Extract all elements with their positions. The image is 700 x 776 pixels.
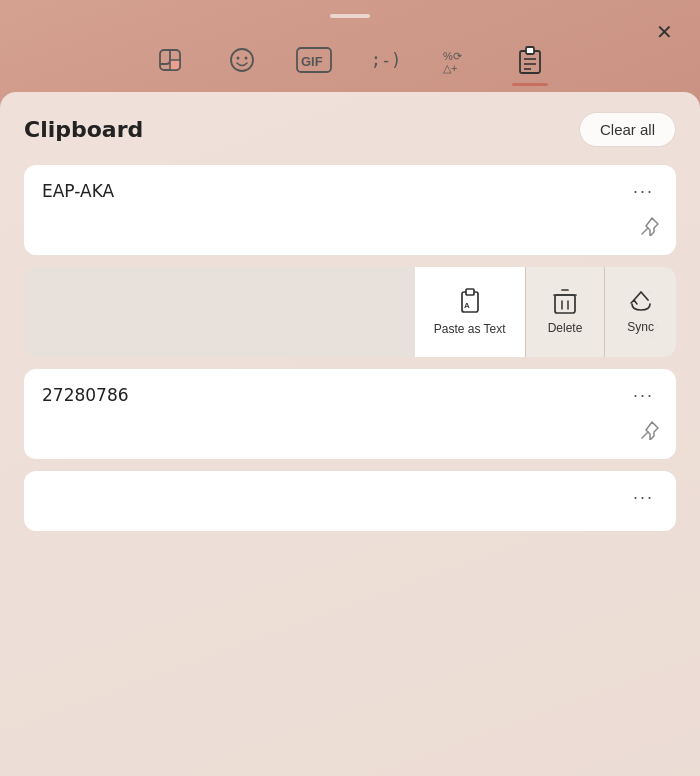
tab-emoji[interactable] (212, 36, 272, 84)
drag-handle[interactable] (330, 14, 370, 18)
svg-line-13 (642, 228, 648, 234)
clipboard-title: Clipboard (24, 117, 143, 142)
clip-text-1: EAP-AKA (42, 181, 114, 201)
clip-item-top-3: 27280786 ··· (42, 385, 658, 406)
emoji-icon (228, 46, 256, 74)
clip-text-3: 27280786 (42, 385, 129, 405)
gif-icon: GIF (296, 47, 332, 73)
context-menu: A Paste as Text (24, 267, 676, 357)
svg-rect-18 (555, 295, 575, 313)
ctx-sync-button[interactable]: Sync (605, 267, 676, 357)
stickers-icon (156, 46, 184, 74)
clip-item-3: 27280786 ··· (24, 369, 676, 459)
svg-line-23 (642, 432, 648, 438)
clip-more-button-3[interactable]: ··· (629, 385, 658, 406)
ctx-delete-label: Delete (548, 321, 583, 335)
tab-symbols[interactable]: %⟳ △+ (428, 36, 488, 84)
svg-rect-9 (526, 47, 534, 54)
clip-more-button-1[interactable]: ··· (629, 181, 658, 202)
clipboard-header: Clipboard Clear all (24, 112, 676, 147)
tab-kaomoji[interactable]: ;-) (356, 36, 416, 84)
ctx-paste-as-text-button[interactable]: A Paste as Text (415, 267, 525, 357)
svg-text:GIF: GIF (301, 54, 323, 69)
svg-point-1 (231, 49, 253, 71)
svg-text:△+: △+ (443, 62, 457, 74)
pin-icon-1 (640, 216, 660, 236)
tab-bar: GIF ;-) %⟳ △+ (0, 28, 700, 84)
ctx-delete-button[interactable]: Delete (526, 267, 605, 357)
tab-gif[interactable]: GIF (284, 36, 344, 84)
clip-pin-button-1[interactable] (640, 216, 660, 241)
clip-item-top-4: ··· (42, 487, 658, 508)
svg-text:%⟳: %⟳ (443, 50, 462, 62)
clipboard-icon (517, 46, 543, 74)
symbols-icon: %⟳ △+ (443, 46, 473, 74)
pin-icon-3 (640, 420, 660, 440)
delete-icon (553, 289, 577, 315)
clear-all-button[interactable]: Clear all (579, 112, 676, 147)
svg-point-3 (245, 57, 248, 60)
ctx-sync-label: Sync (627, 320, 654, 334)
svg-rect-16 (466, 289, 474, 295)
clipboard-list: EAP-AKA ··· ··· (24, 165, 676, 531)
clip-more-button-4[interactable]: ··· (629, 487, 658, 508)
close-button[interactable]: ✕ (648, 16, 680, 48)
ctx-spacer (24, 267, 415, 357)
paste-as-text-icon: A (456, 288, 484, 316)
svg-point-2 (237, 57, 240, 60)
tab-stickers[interactable] (140, 36, 200, 84)
clip-pin-button-3[interactable] (640, 420, 660, 445)
panel: GIF ;-) %⟳ △+ Clipboard Clear al (0, 28, 700, 776)
clip-item-2-container: ··· (24, 267, 676, 357)
content-area: Clipboard Clear all EAP-AKA ··· (0, 92, 700, 776)
clip-item-4: ··· (24, 471, 676, 531)
kaomoji-icon: ;-) (371, 50, 402, 70)
tab-clipboard[interactable] (500, 36, 560, 84)
clip-item-top-1: EAP-AKA ··· (42, 181, 658, 202)
sync-icon (628, 290, 654, 314)
ctx-paste-label: Paste as Text (434, 322, 506, 336)
svg-text:A: A (464, 301, 470, 310)
clip-item-1: EAP-AKA ··· (24, 165, 676, 255)
